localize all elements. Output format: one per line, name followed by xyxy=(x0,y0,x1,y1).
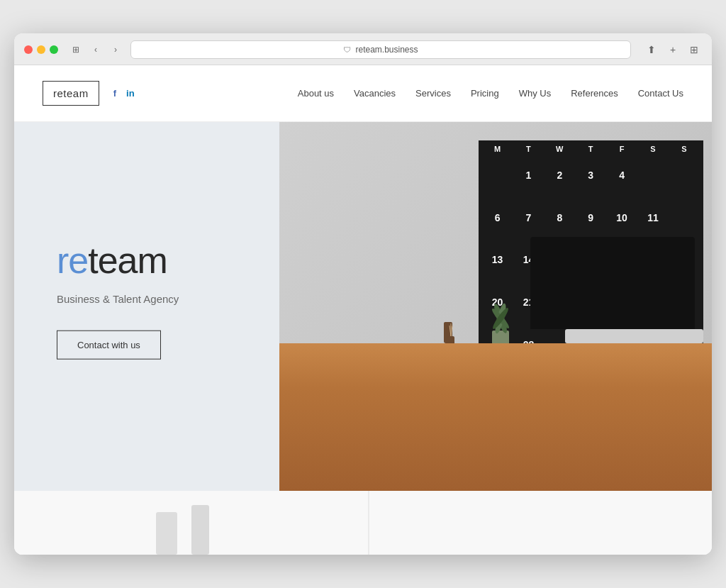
browser-toolbar: ⊞ ‹ › 🛡 reteam.business ⬆ + ⊞ xyxy=(14,33,712,65)
cal-header-sun: S xyxy=(669,145,699,153)
below-fold-illustration xyxy=(14,491,712,555)
url-text: reteam.business xyxy=(355,45,418,55)
browser-action-buttons: ⬆ + ⊞ xyxy=(644,42,702,57)
website-content: reteam f in About us Vacancies Services … xyxy=(14,65,712,555)
plant-svg xyxy=(479,279,522,350)
plant xyxy=(479,279,522,350)
traffic-lights xyxy=(24,45,58,54)
cal-day-3: 3 xyxy=(576,155,605,196)
diffuser xyxy=(444,322,452,343)
keyboard xyxy=(565,329,703,343)
monitor-screen xyxy=(530,237,695,329)
hero-subtitle: Business & Talent Agency xyxy=(57,293,179,305)
security-icon: 🛡 xyxy=(343,45,351,54)
close-button[interactable] xyxy=(24,45,33,54)
cal-day-6: 6 xyxy=(483,197,513,238)
svg-rect-9 xyxy=(156,512,177,555)
cal-day-empty2 xyxy=(638,155,668,196)
cal-header-thu: T xyxy=(576,145,605,153)
new-tab-button[interactable]: + xyxy=(665,42,681,57)
main-nav: About us Vacancies Services Pricing Why … xyxy=(298,88,683,99)
nav-references[interactable]: References xyxy=(571,88,618,99)
cal-day-11: 11 xyxy=(638,197,668,238)
cal-day-1: 1 xyxy=(513,155,543,196)
hero-content: reteam Business & Talent Agency Contact … xyxy=(57,242,179,360)
contact-cta-button[interactable]: Contact with us xyxy=(57,331,161,360)
grid-button[interactable]: ⊞ xyxy=(686,42,702,57)
site-header: reteam f in About us Vacancies Services … xyxy=(14,65,712,122)
desk-scene: M T W T F S S 1 2 3 4 xyxy=(279,122,712,491)
back-button[interactable]: ‹ xyxy=(88,42,104,57)
nav-services[interactable]: Services xyxy=(415,88,451,99)
share-button[interactable]: ⬆ xyxy=(644,42,659,57)
maximize-button[interactable] xyxy=(50,45,58,54)
forward-button[interactable]: › xyxy=(108,42,123,57)
below-fold xyxy=(14,491,712,555)
cal-day-empty4 xyxy=(669,197,699,238)
minimize-button[interactable] xyxy=(37,45,45,54)
svg-rect-10 xyxy=(191,505,209,555)
hero-title-rest: team xyxy=(88,240,167,281)
facebook-link[interactable]: f xyxy=(113,88,116,99)
cal-day-13: 13 xyxy=(483,239,513,280)
address-bar[interactable]: 🛡 reteam.business xyxy=(130,40,631,59)
cal-header-sat: S xyxy=(638,145,668,153)
hero-background-right: M T W T F S S 1 2 3 4 xyxy=(279,122,712,491)
cal-day-10: 10 xyxy=(607,197,637,238)
nav-pricing[interactable]: Pricing xyxy=(471,88,499,99)
cal-day-7: 7 xyxy=(513,197,543,238)
nav-about-us[interactable]: About us xyxy=(298,88,334,99)
sidebar-toggle[interactable]: ⊞ xyxy=(68,42,84,57)
cal-header-fri: F xyxy=(607,145,637,153)
browser-window: ⊞ ‹ › 🛡 reteam.business ⬆ + ⊞ reteam f i… xyxy=(14,33,712,555)
cal-day-9: 9 xyxy=(576,197,605,238)
cal-header-mon: M xyxy=(483,145,513,153)
nav-contact-us[interactable]: Contact Us xyxy=(638,88,683,99)
nav-controls: ⊞ ‹ › xyxy=(68,42,123,57)
cal-day-empty1 xyxy=(483,155,513,196)
cal-header-wed: W xyxy=(544,145,574,153)
cal-day-empty3 xyxy=(669,155,699,196)
social-links: f in xyxy=(113,88,135,99)
cal-day-2: 2 xyxy=(544,155,574,196)
linkedin-link[interactable]: in xyxy=(126,88,135,99)
hero-title: reteam xyxy=(57,242,179,279)
hero-section: M T W T F S S 1 2 3 4 xyxy=(14,122,712,491)
cal-day-8: 8 xyxy=(544,197,574,238)
cal-header-tue: T xyxy=(513,145,543,153)
nav-why-us[interactable]: Why Us xyxy=(519,88,552,99)
cal-day-4: 4 xyxy=(607,155,637,196)
logo[interactable]: reteam xyxy=(43,81,99,106)
nav-vacancies[interactable]: Vacancies xyxy=(354,88,396,99)
hero-title-re: re xyxy=(57,240,88,281)
desk-surface xyxy=(279,343,712,491)
